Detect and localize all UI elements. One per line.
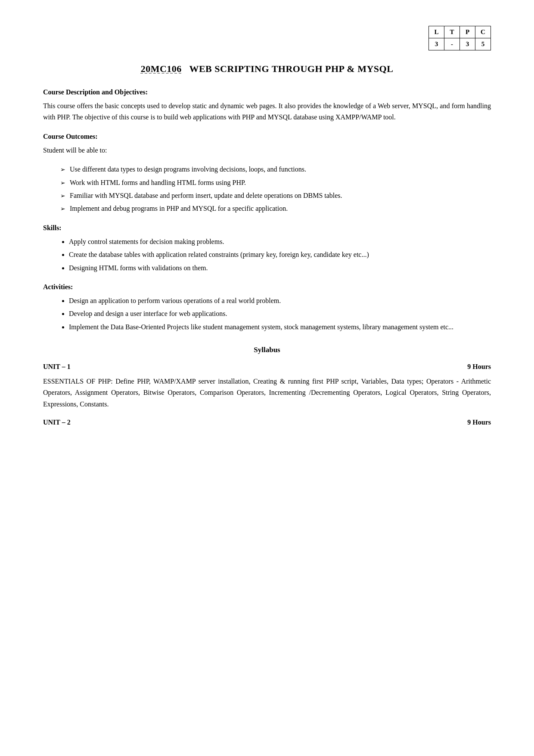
header-table-container: L T P C 3 - 3 5 — [43, 26, 491, 50]
page: L T P C 3 - 3 5 20MC106 WEB SCRIPTING TH… — [0, 0, 534, 756]
unit1-hours: 9 Hours — [467, 363, 491, 371]
unit2-label: UNIT – 2 — [43, 419, 71, 426]
unit1-content: ESSENTIALS OF PHP: Define PHP, WAMP/XAMP… — [43, 376, 491, 410]
list-item: Implement the Data Base-Oriented Project… — [69, 322, 491, 333]
unit1-row: UNIT – 1 9 Hours — [43, 363, 491, 371]
skills-section: Skills: Apply control statements for dec… — [43, 224, 491, 274]
unit2-row: UNIT – 2 9 Hours — [43, 419, 491, 426]
list-item: Develop and design a user interface for … — [69, 308, 491, 319]
list-item: Apply control statements for decision ma… — [69, 236, 491, 247]
skills-list: Apply control statements for decision ma… — [69, 236, 491, 274]
activities-list: Design an application to perform various… — [69, 295, 491, 333]
course-title: 20MC106 WEB SCRIPTING THROUGH PHP & MYSQ… — [43, 63, 491, 75]
course-outcomes-heading: Course Outcomes: — [43, 133, 491, 141]
activities-section: Activities: Design an application to per… — [43, 283, 491, 333]
course-outcomes-section: Course Outcomes: Student will be able to… — [43, 133, 491, 215]
skills-heading: Skills: — [43, 224, 491, 232]
table-value-t: - — [444, 38, 460, 50]
unit1-label: UNIT – 1 — [43, 363, 71, 371]
list-item: Designing HTML forms with validations on… — [69, 262, 491, 274]
course-description-section: Course Description and Objectives: This … — [43, 88, 491, 123]
course-code: 20MC106 — [141, 63, 182, 74]
table-header-t: T — [444, 26, 460, 38]
unit2-hours: 9 Hours — [467, 419, 491, 426]
course-description-body: This course offers the basic concepts us… — [43, 100, 491, 123]
course-title-text: WEB SCRIPTING THROUGH PHP & MYSQL — [189, 63, 393, 74]
table-header-c: C — [475, 26, 491, 38]
table-value-c: 5 — [475, 38, 491, 50]
list-item: Create the database tables with applicat… — [69, 249, 491, 260]
table-header-l: L — [429, 26, 444, 38]
course-outcomes-intro: Student will be able to: — [43, 145, 491, 156]
course-outcomes-list: Use different data types to design progr… — [60, 164, 491, 215]
list-item: Implement and debug programs in PHP and … — [60, 203, 491, 214]
list-item: Use different data types to design progr… — [60, 164, 491, 175]
table-value-p: 3 — [460, 38, 475, 50]
activities-heading: Activities: — [43, 283, 491, 291]
list-item: Work with HTML forms and handling HTML f… — [60, 177, 491, 188]
list-item: Familiar with MYSQL database and perform… — [60, 190, 491, 201]
course-description-heading: Course Description and Objectives: — [43, 88, 491, 96]
table-header-p: P — [460, 26, 475, 38]
list-item: Design an application to perform various… — [69, 295, 491, 306]
table-value-l: 3 — [429, 38, 444, 50]
syllabus-heading: Syllabus — [43, 346, 491, 354]
credits-table: L T P C 3 - 3 5 — [428, 26, 491, 50]
